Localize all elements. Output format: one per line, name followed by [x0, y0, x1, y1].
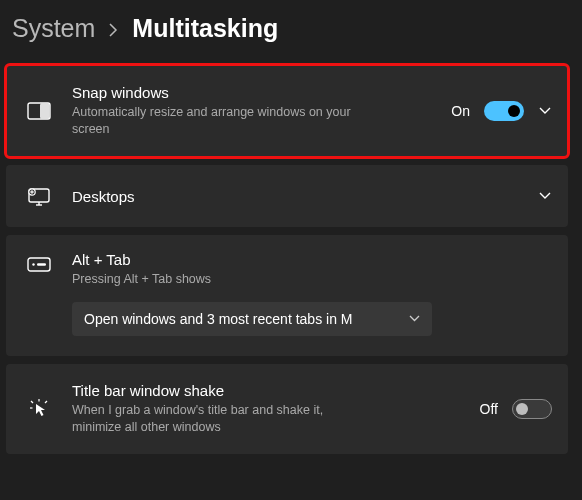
chevron-right-icon [109, 23, 118, 37]
snap-windows-icon [24, 102, 54, 120]
dropdown-value: Open windows and 3 most recent tabs in M [84, 311, 352, 327]
toggle-knob [516, 403, 528, 415]
snap-toggle[interactable] [484, 101, 524, 121]
svg-point-9 [32, 263, 34, 265]
chevron-down-icon [409, 315, 420, 322]
alt-tab-dropdown[interactable]: Open windows and 3 most recent tabs in M [72, 302, 432, 336]
snap-windows-section[interactable]: Snap windows Automatically resize and ar… [6, 65, 568, 157]
svg-rect-1 [40, 104, 50, 119]
alt-tab-desc: Pressing Alt + Tab shows [72, 271, 352, 288]
desktops-icon [24, 185, 54, 207]
card-body: Title bar window shake When I grab a win… [72, 382, 480, 436]
toggle-knob [508, 105, 520, 117]
shake-desc: When I grab a window's title bar and sha… [72, 402, 352, 436]
shake-title: Title bar window shake [72, 382, 480, 399]
chevron-down-icon[interactable] [538, 104, 552, 118]
card-controls: Off [480, 399, 552, 419]
pointer-shake-icon [24, 397, 54, 421]
card-controls: On [451, 101, 552, 121]
svg-line-13 [45, 401, 47, 403]
alt-tab-icon [24, 257, 54, 272]
title-bar-shake-section: Title bar window shake When I grab a win… [6, 364, 568, 454]
snap-windows-desc: Automatically resize and arrange windows… [72, 104, 352, 138]
shake-state-label: Off [480, 401, 498, 417]
svg-line-11 [31, 401, 33, 403]
card-body: Alt + Tab Pressing Alt + Tab shows [72, 251, 550, 288]
snap-windows-title: Snap windows [72, 84, 451, 101]
desktops-section[interactable]: Desktops [6, 165, 568, 227]
breadcrumb: System Multitasking [0, 0, 582, 53]
breadcrumb-current: Multitasking [132, 14, 278, 43]
shake-toggle[interactable] [512, 399, 552, 419]
card-controls [538, 189, 552, 203]
chevron-down-icon[interactable] [538, 189, 552, 203]
card-body: Desktops [72, 188, 538, 205]
breadcrumb-parent[interactable]: System [12, 14, 95, 43]
alt-tab-section: Alt + Tab Pressing Alt + Tab shows Open … [6, 235, 568, 356]
settings-content: Snap windows Automatically resize and ar… [0, 53, 582, 454]
desktops-title: Desktops [72, 188, 538, 205]
alt-tab-title: Alt + Tab [72, 251, 550, 268]
card-body: Snap windows Automatically resize and ar… [72, 84, 451, 138]
svg-rect-10 [37, 263, 46, 265]
snap-state-label: On [451, 103, 470, 119]
